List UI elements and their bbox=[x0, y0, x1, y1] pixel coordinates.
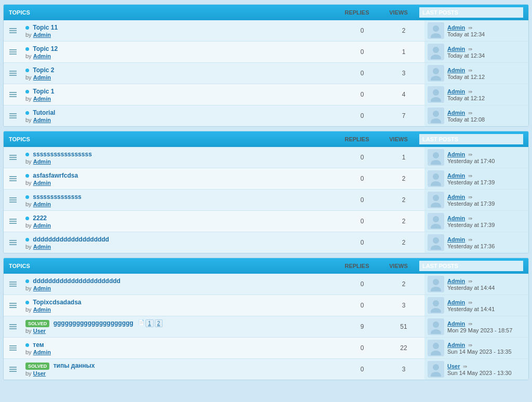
topic-title-line: ddddddddddddddddddddddd bbox=[25, 277, 338, 285]
topic-row: dddddddddddddddddddd by Admin 0 2 Admin … bbox=[4, 232, 528, 253]
lastpost-author-link[interactable]: Admin bbox=[447, 172, 465, 179]
avatar bbox=[428, 149, 444, 166]
topic-author-link[interactable]: Admin bbox=[33, 180, 51, 186]
topic-author-link[interactable]: Admin bbox=[33, 222, 51, 229]
topic-author-line: by Admin bbox=[25, 74, 338, 81]
topic-content: Topic 1 by Admin bbox=[22, 85, 341, 105]
topic-author-line: by Admin bbox=[25, 306, 338, 313]
topic-title-link[interactable]: ssssssssssssss bbox=[33, 193, 81, 200]
view-post-icon: ⇛ bbox=[468, 110, 472, 116]
topic-title-link[interactable]: sssssssssssssssss bbox=[33, 151, 91, 158]
topic-title-link[interactable]: 2222 bbox=[33, 215, 47, 222]
topic-content: dddddddddddddddddddd by Admin bbox=[22, 233, 341, 253]
lastpost-time: Yesterday at 17:40 bbox=[447, 158, 525, 164]
topic-title-link[interactable]: типы данных bbox=[54, 362, 95, 369]
lastpost-author-link[interactable]: Admin bbox=[447, 194, 465, 200]
lastpost-author-link[interactable]: Admin bbox=[447, 236, 465, 243]
topic-lastpost: Admin ⇛ Today at 12:08 bbox=[424, 105, 528, 126]
topic-content: asfasfawrfcdsa by Admin bbox=[22, 169, 341, 189]
lastpost-time: Today at 12:12 bbox=[447, 95, 525, 101]
lastpost-author-link[interactable]: Admin bbox=[447, 342, 465, 348]
lastpost-time: Today at 12:34 bbox=[447, 52, 525, 59]
page-link[interactable]: 2 bbox=[155, 319, 163, 327]
lastpost-author-link[interactable]: Admin bbox=[447, 215, 465, 221]
page-link[interactable]: 1 bbox=[145, 319, 154, 327]
topic-content: тем by Admin bbox=[22, 338, 341, 358]
lastpost-author-link[interactable]: Admin bbox=[447, 151, 465, 157]
svg-point-3 bbox=[431, 55, 441, 59]
lastpost-author-link[interactable]: User bbox=[447, 363, 460, 369]
topic-author-link[interactable]: Admin bbox=[33, 32, 51, 38]
topic-views-count: 2 bbox=[383, 280, 424, 288]
topic-row: ddddddddddddddddddddddd by Admin 0 2 Adm… bbox=[4, 274, 528, 295]
avatar-wrap bbox=[428, 65, 444, 82]
topic-author-link[interactable]: Admin bbox=[33, 158, 51, 165]
topic-author-line: by Admin bbox=[25, 222, 338, 229]
topic-author-link[interactable]: Admin bbox=[33, 306, 51, 313]
topic-author-link[interactable]: Admin bbox=[33, 53, 51, 59]
topic-author-link[interactable]: Admin bbox=[33, 74, 51, 81]
lastpost-author-link[interactable]: Admin bbox=[447, 278, 465, 284]
view-post-icon: ⇛ bbox=[468, 216, 472, 221]
lastpost-author-link[interactable]: Admin bbox=[447, 46, 465, 52]
topic-author-link[interactable]: User bbox=[33, 370, 46, 377]
topic-author-line: by Admin bbox=[25, 180, 338, 186]
topic-title-line: dddddddddddddddddddd bbox=[25, 236, 338, 243]
topic-title-link[interactable]: тем bbox=[33, 341, 44, 349]
topic-title-link[interactable]: Topic 1 bbox=[33, 88, 54, 95]
lastpost-author-link[interactable]: Admin bbox=[447, 299, 465, 305]
lastpost-author-link[interactable]: Admin bbox=[447, 110, 465, 116]
lastpost-time: Yesterday at 17:39 bbox=[447, 179, 525, 185]
topic-dot bbox=[25, 47, 29, 51]
topic-title-link[interactable]: ggggggggggggggggggggg bbox=[54, 319, 134, 327]
topic-content: Topic 11 by Admin bbox=[22, 21, 341, 41]
topic-replies-count: 0 bbox=[341, 218, 383, 225]
topic-lastpost: Admin ⇛ Yesterday at 14:44 bbox=[424, 274, 528, 294]
topic-lastpost: Admin ⇛ Yesterday at 17:39 bbox=[424, 168, 528, 189]
lastpost-author-link[interactable]: Admin bbox=[447, 24, 465, 31]
topic-content: 2222 by Admin bbox=[22, 211, 341, 232]
lastpost-info: Admin ⇛ Sun 14 May 2023 - 13:35 bbox=[447, 341, 525, 355]
topic-author-link[interactable]: Admin bbox=[33, 349, 51, 355]
topic-author-link[interactable]: Admin bbox=[33, 201, 51, 207]
topic-views-count: 2 bbox=[383, 196, 424, 204]
topic-title-link[interactable]: Tutorial bbox=[33, 109, 55, 116]
topic-views-count: 22 bbox=[383, 344, 424, 352]
topic-views-count: 1 bbox=[383, 154, 424, 161]
topic-title-link[interactable]: asfasfawrfcdsa bbox=[33, 172, 78, 179]
topic-author-link[interactable]: User bbox=[33, 328, 46, 334]
lastpost-author-link[interactable]: Admin bbox=[447, 320, 465, 327]
topic-title-line: Topic 12 bbox=[25, 45, 338, 52]
topic-title-link[interactable]: Topic 11 bbox=[33, 24, 58, 31]
lastpost-author-line: Admin ⇛ bbox=[447, 151, 525, 158]
svg-point-13 bbox=[431, 181, 441, 186]
lastpost-author-link[interactable]: Admin bbox=[447, 67, 465, 73]
view-post-icon: ⇛ bbox=[468, 342, 472, 348]
topic-author-line: by Admin bbox=[25, 201, 338, 207]
svg-point-24 bbox=[433, 321, 439, 328]
topic-replies-count: 0 bbox=[341, 175, 383, 182]
lastpost-author-link[interactable]: Admin bbox=[447, 88, 465, 95]
topic-title-link[interactable]: Topixcdsadadsa bbox=[33, 299, 81, 306]
topic-author-line: by User bbox=[25, 370, 338, 377]
topic-title-link[interactable]: dddddddddddddddddddd bbox=[33, 236, 109, 243]
lastpost-author-line: Admin ⇛ bbox=[447, 299, 525, 306]
topic-author-link[interactable]: Admin bbox=[33, 285, 51, 291]
topic-title-link[interactable]: ddddddddddddddddddddddd bbox=[33, 277, 121, 285]
topic-content: Tutorial by Admin bbox=[22, 106, 341, 126]
topic-title-link[interactable]: Topic 12 bbox=[33, 45, 58, 52]
topic-replies-count: 0 bbox=[341, 112, 383, 119]
topic-lastpost: Admin ⇛ Yesterday at 17:40 bbox=[424, 147, 528, 168]
topic-content: Topixcdsadadsa by Admin bbox=[22, 296, 341, 316]
topic-author-link[interactable]: Admin bbox=[33, 244, 51, 250]
lastpost-author-line: Admin ⇛ bbox=[447, 320, 525, 327]
topic-author-link[interactable]: Admin bbox=[33, 96, 51, 102]
solved-badge: SOLVED bbox=[25, 320, 49, 327]
topic-title-line: Topic 11 bbox=[25, 24, 338, 31]
topic-author-line: by Admin bbox=[25, 285, 338, 291]
topic-title-link[interactable]: Topic 2 bbox=[33, 66, 54, 74]
view-post-icon: ⇛ bbox=[468, 89, 472, 95]
topic-author-link[interactable]: Admin bbox=[33, 117, 51, 123]
header-topic-label: TOPICS bbox=[9, 136, 336, 142]
topic-views-count: 3 bbox=[383, 70, 424, 77]
